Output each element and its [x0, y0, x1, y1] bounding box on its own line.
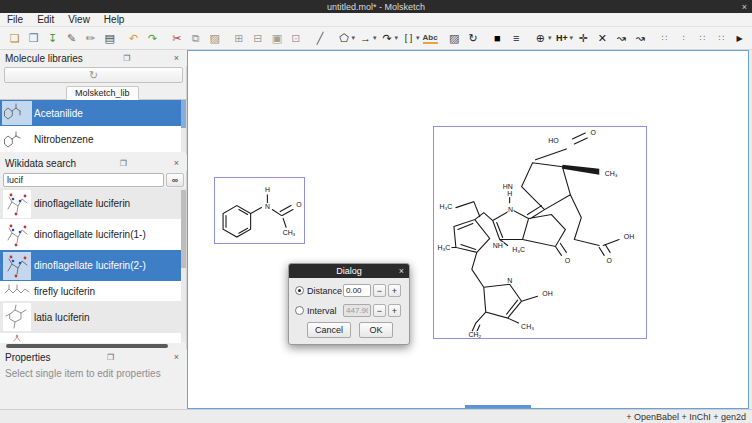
rotate-tool-icon[interactable]: ↻	[465, 29, 482, 48]
ring-tool-icon[interactable]: ⬠	[336, 29, 353, 48]
wikidata-close-icon[interactable]: ×	[171, 158, 182, 168]
mechanism-arrow-icon[interactable]: ↷	[379, 29, 396, 48]
hydrogen-dropdown-icon[interactable]: ▾	[569, 34, 573, 42]
wikidata-result[interactable]: firefly luciferin	[0, 281, 181, 301]
wikidata-hscrollbar[interactable]	[3, 344, 178, 348]
text-tool-icon[interactable]: Abc	[422, 29, 439, 48]
line-width-icon[interactable]: ≡	[508, 29, 525, 48]
window-close-icon[interactable]: ×	[742, 0, 747, 13]
hydrogen-tool-icon[interactable]: H+	[553, 29, 570, 48]
wikidata-result-partial[interactable]	[0, 333, 181, 343]
wikidata-scrollbar[interactable]	[181, 188, 186, 343]
library-refresh-button[interactable]: ↻	[4, 67, 183, 83]
charge-tool-icon[interactable]: ⊕	[532, 29, 549, 48]
wikidata-result-list: dinoflagellate luciferin dinoflagellate …	[0, 188, 181, 343]
paste-icon[interactable]: ▨	[206, 29, 223, 48]
new-document-icon[interactable]: ❏	[6, 29, 23, 48]
bracket-dropdown-icon[interactable]: ▾	[416, 34, 420, 42]
redo-icon[interactable]: ↷	[144, 29, 161, 48]
bracket-tool-icon[interactable]: [ ]	[400, 29, 417, 48]
delete-tool-icon[interactable]: ✕	[594, 29, 611, 48]
libraries-float-icon[interactable]: ❐	[120, 54, 133, 63]
wedge-bond	[562, 165, 599, 175]
toolbar-extension-icon[interactable]: ▶	[731, 29, 748, 48]
charge-dropdown-icon[interactable]: ▾	[548, 34, 552, 42]
print-icon[interactable]: ▤	[101, 29, 118, 48]
zoom-fit-icon[interactable]: ⊡	[287, 29, 304, 48]
open-file-icon[interactable]: ❒	[25, 29, 42, 48]
move-tool-icon[interactable]: ✛	[575, 29, 592, 48]
align-horizontal-icon[interactable]: ∷	[656, 29, 673, 48]
molsketch-window: untitled.mol* - Molsketch × File Edit Vi…	[0, 0, 752, 423]
menu-help[interactable]: Help	[97, 14, 132, 25]
acetanilide-selection-rect[interactable]: H N O CH₃	[214, 177, 305, 244]
properties-float-icon[interactable]: ❐	[104, 353, 117, 362]
dialog-close-icon[interactable]: ×	[399, 266, 404, 276]
interval-value-field[interactable]	[343, 304, 371, 317]
distribute-horizontal-icon[interactable]: ∷	[694, 29, 711, 48]
arrow-dropdown-icon[interactable]: ▾	[373, 34, 377, 42]
reaction-arrow-icon[interactable]: →	[357, 29, 374, 48]
electron-flow-pair-icon[interactable]: ↝	[632, 29, 649, 48]
search-button[interactable]: ∞	[166, 173, 184, 187]
wikidata-float-icon[interactable]: ❐	[117, 159, 130, 168]
zoom-in-icon[interactable]: ⊞	[230, 29, 247, 48]
library-item-nitrobenzene[interactable]: Nitrobenzene	[0, 126, 181, 152]
distribute-vertical-icon[interactable]: ∷	[713, 29, 730, 48]
cut-icon[interactable]: ✂	[168, 29, 185, 48]
distance-plus-button[interactable]: +	[388, 284, 401, 297]
luciferin-selection-rect[interactable]: HO O HN CH₃ H N OH O H₃C H₃C NH H₃C O N …	[433, 126, 647, 339]
color-swatch-icon[interactable]: ■	[489, 29, 506, 48]
distance-label: Distance	[307, 286, 343, 296]
library-item-label: Acetanilide	[34, 108, 83, 119]
wikidata-result-selected[interactable]: dinoflagellate luciferin(2-)	[0, 250, 181, 281]
distance-value-field[interactable]	[343, 284, 371, 297]
tab-molsketch-lib[interactable]: Molsketch_lib	[66, 86, 139, 100]
luciferin-molecule[interactable]: HO O HN CH₃ H N OH O H₃C H₃C NH H₃C O N …	[434, 127, 646, 338]
distance-row: Distance − +	[295, 283, 401, 298]
library-scrollbar[interactable]	[181, 100, 186, 152]
save-icon[interactable]: ↧	[44, 29, 61, 48]
distance-minus-button[interactable]: −	[373, 284, 386, 297]
align-vertical-icon[interactable]: ∶	[675, 29, 692, 48]
drawing-canvas[interactable]: H N O CH₃ HO O HN CH₃ H N OH O H₃C H₃C N	[187, 50, 749, 409]
cancel-button[interactable]: Cancel	[307, 322, 351, 338]
library-item-acetanilide[interactable]: Acetanilide	[0, 100, 181, 126]
undo-icon[interactable]: ↶	[125, 29, 142, 48]
ring-dropdown-icon[interactable]: ▾	[352, 34, 356, 42]
wikidata-search-input[interactable]	[3, 173, 164, 187]
export-icon[interactable]: ✏	[82, 29, 99, 48]
properties-close-icon[interactable]: ×	[171, 352, 182, 362]
electron-flow-single-icon[interactable]: ↝	[613, 29, 630, 48]
wikidata-result[interactable]: dinoflagellate luciferin(1-)	[0, 219, 181, 250]
zoom-original-icon[interactable]: ▣	[268, 29, 285, 48]
wikidata-result[interactable]: dinoflagellate luciferin	[0, 188, 181, 219]
interval-minus-button[interactable]: −	[373, 304, 386, 317]
molecule-thumbnail	[3, 252, 31, 280]
atom-label: N	[508, 206, 513, 213]
zoom-out-icon[interactable]: ⊟	[249, 29, 266, 48]
wikidata-hscrollbar-thumb[interactable]	[6, 344, 168, 348]
wikidata-result[interactable]: latia luciferin	[0, 301, 181, 333]
dialog-window[interactable]: Dialog × Distance − + Interval − + Cance…	[288, 263, 410, 345]
wikidata-scrollbar-thumb[interactable]	[181, 190, 186, 268]
canvas-hscrollbar-thumb[interactable]	[465, 405, 531, 408]
acetanilide-molecule[interactable]: H N O CH₃	[215, 178, 304, 243]
interval-radio[interactable]	[295, 306, 304, 315]
draw-tool-icon[interactable]: ╱	[311, 29, 328, 48]
atom-label: OH	[624, 233, 634, 240]
dialog-title-bar[interactable]: Dialog ×	[289, 264, 409, 278]
ok-button[interactable]: OK	[359, 322, 393, 338]
menu-file[interactable]: File	[0, 14, 30, 25]
wikidata-result-label: dinoflagellate luciferin(2-)	[34, 260, 146, 271]
libraries-close-icon[interactable]: ×	[171, 53, 182, 63]
menu-view[interactable]: View	[61, 14, 97, 25]
save-as-icon[interactable]: ✎	[63, 29, 80, 48]
hatch-tool-icon[interactable]: ▨	[446, 29, 463, 48]
interval-plus-button[interactable]: +	[388, 304, 401, 317]
distance-radio[interactable]	[295, 286, 304, 295]
mechanism-dropdown-icon[interactable]: ▾	[395, 34, 399, 42]
menu-edit[interactable]: Edit	[30, 14, 61, 25]
copy-icon[interactable]: ⧉	[187, 29, 204, 48]
library-scrollbar-thumb[interactable]	[181, 100, 186, 128]
